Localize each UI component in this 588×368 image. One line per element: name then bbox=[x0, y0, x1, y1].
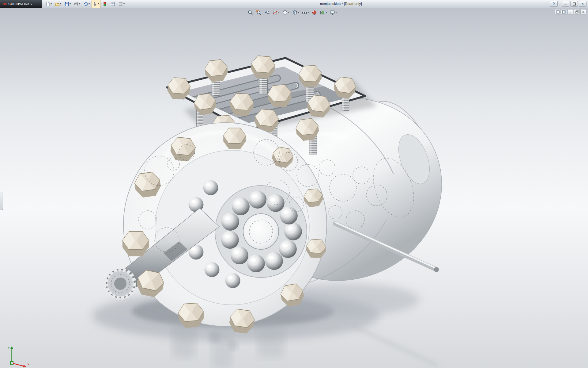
restore-document-button[interactable] bbox=[574, 9, 580, 14]
view-orientation-cube-icon bbox=[282, 10, 288, 15]
options-button[interactable]: ▾ bbox=[117, 0, 126, 8]
previous-view-icon bbox=[264, 10, 270, 15]
document-window-controls bbox=[555, 9, 586, 14]
section-view-icon bbox=[273, 10, 278, 15]
apply-scene-button[interactable]: ▾ bbox=[319, 9, 328, 16]
zoom-to-fit-icon bbox=[248, 10, 253, 15]
print-icon bbox=[74, 2, 79, 6]
edit-appearance-button[interactable] bbox=[311, 9, 318, 16]
view-settings-monitor-icon bbox=[330, 10, 335, 15]
maximize-icon bbox=[573, 2, 576, 6]
new-document-icon bbox=[45, 2, 50, 6]
3d-model-render[interactable] bbox=[0, 8, 588, 368]
select-cursor-icon bbox=[93, 2, 98, 6]
dropdown-caret[interactable]: ▾ bbox=[308, 11, 309, 14]
close-document-button[interactable] bbox=[580, 9, 586, 14]
dassault-mark: DS bbox=[2, 2, 7, 6]
dropdown-caret[interactable]: ▾ bbox=[98, 3, 99, 5]
display-style-icon bbox=[292, 10, 298, 15]
graphics-viewport[interactable]: ▾ ▾ ▾ ▾ bbox=[0, 8, 588, 368]
new-document-button[interactable]: ▾ bbox=[44, 0, 53, 8]
minimize-document-button[interactable] bbox=[567, 9, 573, 14]
file-properties-icon bbox=[110, 2, 115, 6]
select-button[interactable]: ▾ bbox=[92, 0, 100, 8]
dropdown-caret[interactable]: ▾ bbox=[79, 3, 80, 5]
file-properties-button[interactable] bbox=[109, 0, 116, 8]
titlebar: DS SOLIDWORKS ▾ ▾ ▾ bbox=[0, 0, 588, 8]
zoom-to-area-button[interactable] bbox=[255, 9, 262, 16]
triad-y-label: y bbox=[8, 346, 10, 349]
dropdown-caret[interactable]: ▾ bbox=[60, 3, 61, 5]
dock-pane-left-button[interactable] bbox=[555, 9, 560, 14]
hide-show-items-button[interactable]: ▾ bbox=[301, 9, 310, 16]
dock-pane-right-icon bbox=[562, 10, 566, 14]
dropdown-caret[interactable]: ▾ bbox=[278, 11, 280, 14]
minimize-button[interactable] bbox=[562, 1, 569, 7]
appearance-sphere-icon bbox=[312, 10, 317, 15]
dropdown-caret[interactable]: ▾ bbox=[326, 11, 327, 14]
apply-scene-icon bbox=[320, 10, 326, 15]
close-document-icon bbox=[581, 10, 586, 14]
left-panel-handle[interactable] bbox=[0, 192, 3, 210]
triad-x-axis bbox=[13, 363, 24, 366]
dropdown-caret[interactable]: ▾ bbox=[288, 11, 289, 14]
zoom-to-area-icon bbox=[256, 10, 262, 15]
dropdown-caret[interactable]: ▾ bbox=[70, 3, 71, 5]
dropdown-caret[interactable]: ▾ bbox=[298, 11, 299, 14]
dropdown-caret[interactable]: ▾ bbox=[123, 3, 125, 5]
dropdown-caret[interactable]: ▾ bbox=[336, 11, 337, 14]
minimize-icon bbox=[564, 2, 567, 6]
undo-icon bbox=[83, 2, 88, 6]
save-button[interactable]: ▾ bbox=[63, 0, 72, 8]
options-icon bbox=[118, 2, 123, 6]
previous-view-button[interactable] bbox=[263, 9, 271, 16]
zoom-to-fit-button[interactable] bbox=[247, 9, 254, 16]
open-button[interactable]: ▾ bbox=[54, 0, 62, 8]
dock-pane-left-icon bbox=[556, 10, 560, 14]
triad-x-label: x bbox=[28, 362, 29, 366]
reference-triad: y x bbox=[6, 345, 32, 368]
restore-document-icon bbox=[575, 10, 579, 14]
rebuild-traffic-icon bbox=[102, 2, 107, 6]
minimize-document-icon bbox=[568, 10, 573, 14]
brand-name: SOLIDWORKS bbox=[8, 2, 32, 6]
open-folder-icon bbox=[55, 2, 60, 6]
view-settings-button[interactable]: ▾ bbox=[329, 9, 338, 16]
heads-up-view-toolbar: ▾ ▾ ▾ ▾ bbox=[247, 9, 338, 16]
dock-pane-right-button[interactable] bbox=[561, 9, 567, 14]
window-controls: ? × bbox=[550, 1, 586, 7]
solidworks-logo: DS SOLIDWORKS bbox=[0, 0, 42, 8]
save-icon bbox=[64, 2, 69, 6]
dropdown-caret[interactable]: ▾ bbox=[51, 3, 52, 5]
maximize-button[interactable] bbox=[570, 1, 578, 7]
help-button[interactable]: ? bbox=[550, 1, 558, 7]
dropdown-caret[interactable]: ▾ bbox=[89, 3, 90, 5]
rebuild-button[interactable] bbox=[101, 0, 108, 8]
window-title: menjac sklop * [Read-only] bbox=[320, 2, 362, 6]
view-orientation-button[interactable]: ▾ bbox=[281, 9, 290, 16]
display-style-button[interactable]: ▾ bbox=[291, 9, 300, 16]
close-button[interactable]: × bbox=[579, 1, 586, 7]
section-view-button[interactable]: ▾ bbox=[272, 9, 281, 16]
print-button[interactable]: ▾ bbox=[73, 0, 81, 8]
undo-button[interactable]: ▾ bbox=[82, 0, 91, 8]
eyeglasses-icon bbox=[302, 10, 307, 15]
main-toolbar: ▾ ▾ ▾ ▾ bbox=[42, 0, 128, 8]
